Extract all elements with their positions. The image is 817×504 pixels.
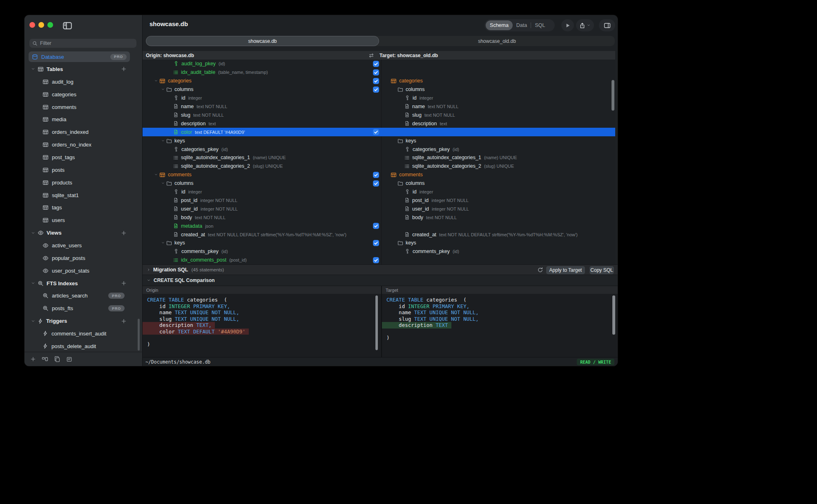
- include-change-checkbox[interactable]: [373, 61, 379, 67]
- tree-row-categories[interactable]: categoriescategories: [143, 77, 615, 85]
- tree-row-description[interactable]: descriptiontextdescriptiontext: [143, 119, 615, 128]
- segment-data[interactable]: Data: [513, 22, 531, 28]
- chevron-down-icon[interactable]: [31, 281, 36, 286]
- sidebar-item-comments[interactable]: comments: [25, 101, 142, 113]
- close-window-button[interactable]: [29, 22, 35, 28]
- include-change-checkbox[interactable]: [373, 87, 379, 93]
- duplicate-button[interactable]: [54, 356, 60, 362]
- tree-row-audit_log_pkey[interactable]: audit_log_pkey(id): [143, 60, 615, 68]
- sidebar-item-database[interactable]: Database PRO: [29, 51, 130, 62]
- run-button[interactable]: [561, 19, 574, 31]
- tree-row-user_id[interactable]: user_idinteger NOT NULLuser_idinteger NO…: [143, 204, 615, 213]
- include-change-checkbox[interactable]: [373, 257, 379, 263]
- zoom-window-button[interactable]: [47, 22, 53, 28]
- tab-showcase-db[interactable]: showcase.db: [146, 36, 379, 46]
- segment-sql[interactable]: SQL: [531, 22, 549, 28]
- tree-scrollbar[interactable]: [612, 80, 614, 111]
- add-button[interactable]: [121, 230, 127, 236]
- tree-row-post_id[interactable]: post_idinteger NOT NULLpost_idinteger NO…: [143, 196, 615, 205]
- chevron-down-icon[interactable]: [154, 173, 159, 177]
- tree-row-slug[interactable]: slugtext NOT NULLslugtext NOT NULL: [143, 111, 615, 119]
- chevron-down-icon[interactable]: [161, 241, 166, 245]
- sidebar-item-categories[interactable]: categories: [25, 88, 142, 101]
- sidebar-item-users[interactable]: users: [25, 214, 142, 226]
- sidebar-item-articles_search[interactable]: articles_searchPRO: [25, 289, 142, 302]
- sidebar-item-posts[interactable]: posts: [25, 164, 142, 176]
- sidebar-item-posts_delete_audit[interactable]: posts_delete_audit: [25, 340, 142, 353]
- chevron-down-icon[interactable]: [31, 319, 36, 324]
- add-button[interactable]: [121, 318, 127, 324]
- sidebar-item-post_tags[interactable]: post_tags: [25, 151, 142, 164]
- tree-row-columns[interactable]: columnscolumns: [143, 179, 615, 188]
- sidebar-item-popular_posts[interactable]: popular_posts: [25, 252, 142, 264]
- tree-row-keys[interactable]: keyskeys: [143, 136, 615, 145]
- sidebar-item-media[interactable]: media: [25, 113, 142, 126]
- chevron-down-icon[interactable]: [161, 87, 166, 91]
- toggle-right-panel-button[interactable]: [599, 19, 615, 31]
- sidebar-section-views[interactable]: Views: [25, 226, 142, 239]
- filter-input[interactable]: Filter: [29, 39, 136, 48]
- tree-row-keys[interactable]: keyskeys: [143, 239, 615, 247]
- layout-button[interactable]: [42, 356, 48, 362]
- tree-row-idx_audit_table[interactable]: idx_audit_table(table_name, timestamp): [143, 68, 615, 77]
- tree-row-comments[interactable]: commentscomments: [143, 171, 615, 179]
- sidebar-item-label: popular_posts: [52, 255, 85, 261]
- notes-button[interactable]: [66, 356, 72, 362]
- tab-showcase-old-db[interactable]: showcase_old.db: [379, 36, 615, 46]
- tree-row-created_at[interactable]: created_attext NOT NULL DEFAULT strftime…: [143, 230, 615, 239]
- include-change-checkbox[interactable]: [373, 129, 379, 135]
- chevron-down-icon[interactable]: [161, 181, 166, 185]
- chevron-down-icon[interactable]: [31, 67, 36, 71]
- sidebar-item-products[interactable]: products: [25, 176, 142, 189]
- add-button[interactable]: [121, 280, 127, 286]
- chevron-down-icon[interactable]: [161, 139, 166, 143]
- tree-row-idx_comments_post[interactable]: idx_comments_post(post_id): [143, 256, 615, 264]
- sidebar-item-tags[interactable]: tags: [25, 201, 142, 214]
- sidebar-section-tables[interactable]: Tables: [25, 63, 142, 75]
- sidebar-item-orders_indexed[interactable]: orders_indexed: [25, 126, 142, 138]
- include-change-checkbox[interactable]: [373, 180, 379, 187]
- chevron-down-icon[interactable]: [154, 79, 159, 83]
- tree-row-color[interactable]: colortext DEFAULT '#4A90D9': [143, 128, 615, 136]
- include-change-checkbox[interactable]: [373, 172, 379, 178]
- swap-origin-target-icon[interactable]: [368, 53, 375, 58]
- add-item-button[interactable]: [30, 356, 36, 362]
- sidebar-item-audit_log[interactable]: audit_log: [25, 75, 142, 88]
- tree-row-categories_pkey[interactable]: categories_pkey(id)categories_pkey(id): [143, 145, 615, 153]
- sidebar-item-comments_insert_audit[interactable]: comments_insert_audit: [25, 327, 142, 340]
- include-change-checkbox[interactable]: [373, 223, 379, 229]
- sidebar-item-sqlite_stat1[interactable]: sqlite_stat1: [25, 189, 142, 202]
- sidebar-scrollbar[interactable]: [138, 319, 140, 351]
- copy-sql-button[interactable]: Copy SQL: [589, 266, 614, 274]
- toggle-sidebar-icon[interactable]: [63, 21, 72, 31]
- chevron-right-icon[interactable]: [147, 268, 151, 272]
- tree-row-sqlite_autoindex_categories_2[interactable]: sqlite_autoindex_categories_2(slug) UNIQ…: [143, 162, 615, 171]
- tree-row-metadata[interactable]: metadatajson: [143, 222, 615, 230]
- tree-row-name[interactable]: nametext NOT NULLnametext NOT NULL: [143, 102, 615, 111]
- sidebar-item-user_post_stats[interactable]: user_post_stats: [25, 264, 142, 277]
- share-button[interactable]: [576, 19, 594, 31]
- tree-row-body[interactable]: bodytext NOT NULLbodytext NOT NULL: [143, 213, 615, 222]
- sidebar-item-orders_no_index[interactable]: orders_no_index: [25, 138, 142, 151]
- minimize-window-button[interactable]: [38, 22, 44, 28]
- refresh-icon[interactable]: [537, 267, 543, 273]
- tree-row-id[interactable]: idintegeridinteger: [143, 188, 615, 196]
- apply-to-target-button[interactable]: Apply to Target: [546, 266, 585, 274]
- tree-row-sqlite_autoindex_categories_1[interactable]: sqlite_autoindex_categories_1(name) UNIQ…: [143, 153, 615, 162]
- tree-row-columns[interactable]: columnscolumns: [143, 85, 615, 94]
- segment-schema[interactable]: Schema: [486, 20, 513, 30]
- include-change-checkbox[interactable]: [373, 78, 379, 84]
- sidebar-item-active_users[interactable]: active_users: [25, 239, 142, 252]
- tree-row-id[interactable]: idintegeridinteger: [143, 94, 615, 102]
- create-sql-comparison-header[interactable]: CREATE SQL Comparison: [143, 275, 618, 286]
- origin-code-scrollbar[interactable]: [375, 295, 378, 350]
- add-button[interactable]: [121, 66, 127, 72]
- include-change-checkbox[interactable]: [373, 240, 379, 246]
- chevron-down-icon[interactable]: [31, 231, 36, 235]
- target-code-scrollbar[interactable]: [612, 295, 615, 335]
- sidebar-section-triggers[interactable]: Triggers: [25, 315, 142, 327]
- tree-row-comments_pkey[interactable]: comments_pkey(id)comments_pkey(id): [143, 247, 615, 256]
- sidebar-section-fts-indexes[interactable]: FTS Indexes: [25, 277, 142, 290]
- include-change-checkbox[interactable]: [373, 69, 379, 75]
- sidebar-item-posts_fts[interactable]: posts_ftsPRO: [25, 302, 142, 315]
